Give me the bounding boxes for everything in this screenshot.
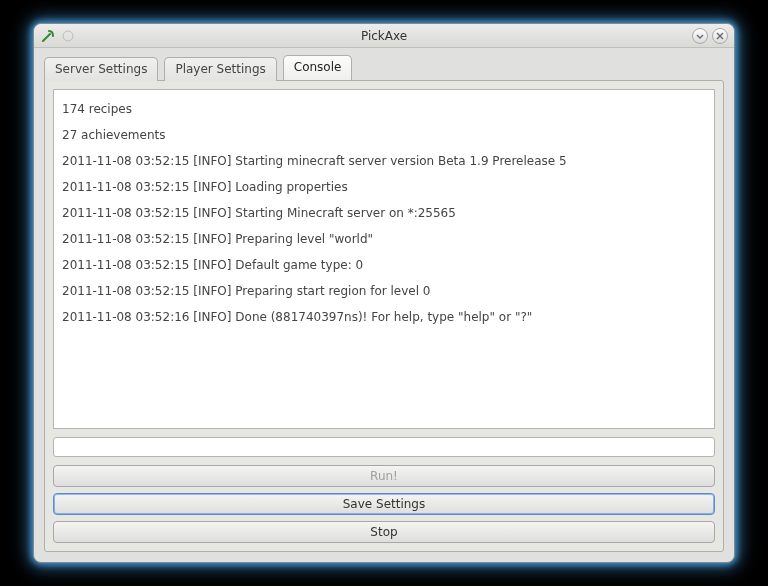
close-button[interactable]	[712, 28, 728, 44]
console-input[interactable]	[53, 437, 715, 457]
console-line: 2011-11-08 03:52:15 [INFO] Starting Mine…	[62, 200, 706, 226]
console-input-row	[53, 437, 715, 457]
tabs-row: Server Settings Player Settings Console	[44, 54, 724, 80]
secondary-app-icon	[60, 28, 76, 44]
svg-point-0	[63, 31, 73, 41]
console-line: 2011-11-08 03:52:15 [INFO] Preparing lev…	[62, 226, 706, 252]
window-content: Server Settings Player Settings Console …	[34, 48, 734, 562]
console-line: 27 achievements	[62, 122, 706, 148]
console-line: 2011-11-08 03:52:15 [INFO] Default game …	[62, 252, 706, 278]
window-title: PickAxe	[80, 29, 688, 43]
console-line: 174 recipes	[62, 96, 706, 122]
tab-player-settings[interactable]: Player Settings	[164, 57, 276, 81]
titlebar: PickAxe	[34, 24, 734, 48]
console-output[interactable]: 174 recipes27 achievements2011-11-08 03:…	[53, 89, 715, 429]
action-buttons: Run! Save Settings Stop	[53, 465, 715, 543]
console-line: 2011-11-08 03:52:15 [INFO] Preparing sta…	[62, 278, 706, 304]
console-line: 2011-11-08 03:52:16 [INFO] Done (8817403…	[62, 304, 706, 330]
run-button: Run!	[53, 465, 715, 487]
minimize-button[interactable]	[692, 28, 708, 44]
pickaxe-icon	[40, 28, 56, 44]
tab-panel: 174 recipes27 achievements2011-11-08 03:…	[44, 80, 724, 552]
console-line: 2011-11-08 03:52:15 [INFO] Starting mine…	[62, 148, 706, 174]
tab-server-settings[interactable]: Server Settings	[44, 57, 158, 81]
app-window: PickAxe Server Settings Player Settings …	[33, 23, 735, 563]
tab-console[interactable]: Console	[283, 55, 353, 80]
save-settings-button[interactable]: Save Settings	[53, 493, 715, 515]
stop-button[interactable]: Stop	[53, 521, 715, 543]
console-line: 2011-11-08 03:52:15 [INFO] Loading prope…	[62, 174, 706, 200]
